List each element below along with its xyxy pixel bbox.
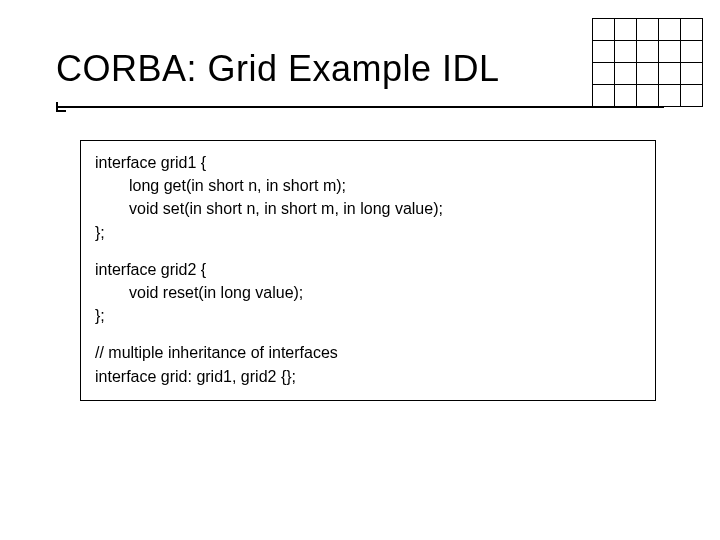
code-line: }; [95,304,641,327]
slide-title: CORBA: Grid Example IDL [56,48,664,90]
code-line: void set(in short n, in short m, in long… [95,197,641,220]
code-block-grid2: interface grid2 { void reset(in long val… [95,258,641,328]
slide: CORBA: Grid Example IDL interface grid1 … [0,0,720,540]
title-divider [56,102,664,112]
code-block-grid: // multiple inheritance of interfaces in… [95,341,641,387]
code-block-grid1: interface grid1 { long get(in short n, i… [95,151,641,244]
code-line: long get(in short n, in short m); [95,174,641,197]
code-line: }; [95,221,641,244]
code-line: interface grid: grid1, grid2 {}; [95,365,641,388]
code-line: void reset(in long value); [95,281,641,304]
grid-icon [592,18,702,106]
code-line: interface grid2 { [95,258,641,281]
code-line: // multiple inheritance of interfaces [95,341,641,364]
code-line: interface grid1 { [95,151,641,174]
code-box: interface grid1 { long get(in short n, i… [80,140,656,401]
